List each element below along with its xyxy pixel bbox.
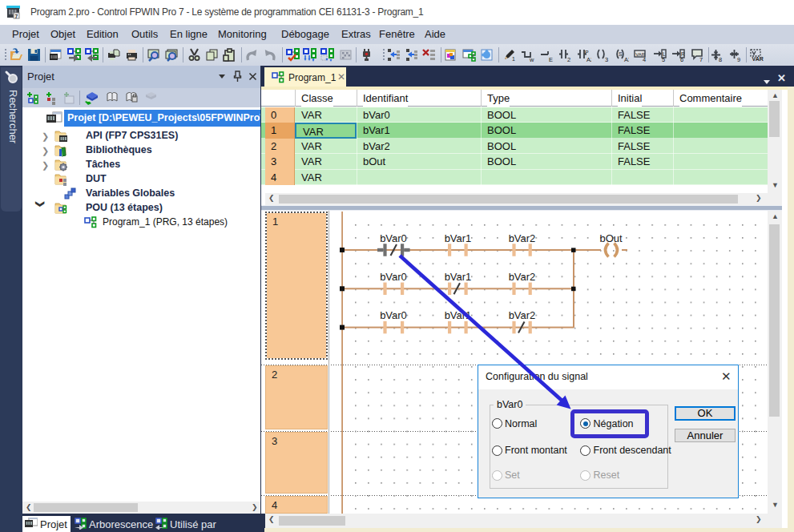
svg-text:bVar0: bVar0 <box>380 271 407 283</box>
svg-text:7: 7 <box>15 14 18 19</box>
svg-text:bVar0: bVar0 <box>380 232 407 244</box>
svg-text:bVar1: bVar1 <box>445 309 472 321</box>
svg-text:A3: A3 <box>624 56 629 62</box>
svg-text:bOut: bOut <box>599 232 623 244</box>
svg-text:9: 9 <box>737 56 740 62</box>
svg-text:bVar0: bVar0 <box>380 309 407 321</box>
svg-text:VAR: VAR <box>752 56 764 62</box>
svg-text:2: 2 <box>567 56 570 62</box>
svg-text:bVar2: bVar2 <box>509 309 536 321</box>
svg-text:A2: A2 <box>586 56 591 62</box>
svg-text:S: S <box>619 51 623 57</box>
svg-text:7: 7 <box>699 56 703 62</box>
svg-text:bVar2: bVar2 <box>509 232 536 244</box>
svg-text:P: P <box>585 50 589 55</box>
svg-text:1: 1 <box>512 56 515 62</box>
svg-text:5: 5 <box>662 56 665 62</box>
svg-text:bVar1: bVar1 <box>445 232 472 244</box>
svg-text:E: E <box>549 56 553 62</box>
svg-text:4: 4 <box>643 56 646 62</box>
svg-text:bVar2: bVar2 <box>509 271 536 283</box>
svg-text:bVar1: bVar1 <box>445 271 472 283</box>
svg-text:6: 6 <box>680 56 683 62</box>
svg-text:8: 8 <box>719 56 722 62</box>
svg-text:w: w <box>529 56 534 62</box>
svg-text:3: 3 <box>605 56 608 62</box>
